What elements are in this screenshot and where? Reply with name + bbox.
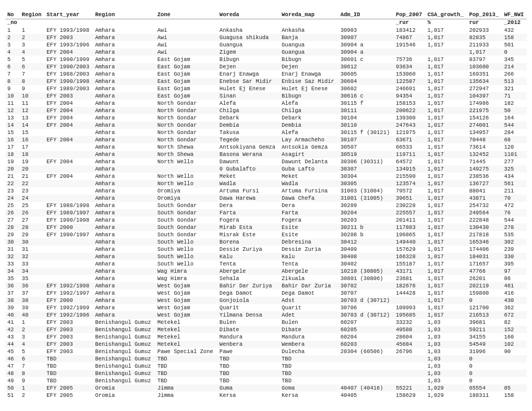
table-cell: 30408 <box>338 253 394 260</box>
table-cell: 37 <box>20 289 44 297</box>
table-cell: 30706 <box>338 304 394 311</box>
table-cell: Guma <box>217 384 280 392</box>
table-cell: 30307 <box>338 165 394 173</box>
table-cell: 0 <box>467 377 502 384</box>
table-cell: TBD <box>44 377 93 384</box>
table-cell: 1,017 <box>425 56 467 63</box>
table-cell: 144428 <box>394 289 426 297</box>
table-cell: 1,017 <box>425 275 467 282</box>
table-cell <box>394 362 426 370</box>
table-cell: Amhara <box>93 180 155 187</box>
table-cell <box>502 370 527 377</box>
table-cell <box>394 377 426 384</box>
table-cell: 1,017 <box>425 129 467 136</box>
table-cell: Abergele <box>217 268 280 275</box>
table-cell: North Gondar <box>155 114 217 122</box>
table-cell: 416 <box>502 289 527 297</box>
table-cell: 19 <box>5 158 20 165</box>
table-cell: 50 <box>502 107 527 114</box>
table-cell: 1,017 <box>425 70 467 78</box>
table-cell: 544 <box>502 216 527 224</box>
table-cell: 155187 <box>394 260 426 268</box>
table-cell: 30903 <box>338 27 394 34</box>
table-cell: South Wello <box>155 238 217 246</box>
table-cell: Farta <box>280 209 338 216</box>
table-cell: Amhara <box>93 114 155 122</box>
table-row: 44EFY 2004AmharaAwiZigemGuangua30904 a1,… <box>5 49 527 56</box>
table-cell: North Gondar <box>155 129 217 136</box>
table-cell: 30601 c <box>338 56 394 63</box>
table-cell: EFY 1993/1996 <box>44 41 93 49</box>
table-cell: 1,017 <box>425 158 467 165</box>
table-cell: TBD <box>280 377 338 384</box>
table-cell: Metekel <box>155 341 217 348</box>
table-cell: 1 <box>20 384 44 392</box>
table-cell: 22 <box>20 180 44 187</box>
table-cell: TBD <box>155 370 217 377</box>
table-cell: 30104 <box>338 114 394 122</box>
table-cell <box>44 253 93 260</box>
table-cell: South Gondar <box>155 231 217 238</box>
table-cell: Zigem <box>217 49 280 56</box>
table-cell: Benishangul Gumuz <box>93 355 155 362</box>
table-cell: 40407 (40416) <box>338 384 394 392</box>
table-cell: 225557 <box>394 209 426 216</box>
table-cell: 39 <box>5 304 20 311</box>
table-cell: Bulen <box>217 319 280 326</box>
table-cell <box>394 370 426 377</box>
table-cell: Benishangul Gumuz <box>93 341 155 348</box>
table-cell: TBD <box>44 370 93 377</box>
table-cell: 18 <box>20 151 44 158</box>
table-cell: South Wello <box>155 260 217 268</box>
table-cell: 117883 <box>394 224 426 231</box>
table-cell: Quarit <box>280 304 338 311</box>
table-cell: Enarj Enawga <box>280 70 338 78</box>
table-cell: Amhara <box>93 143 155 151</box>
table-cell: 239 <box>502 246 527 253</box>
table-cell: Guangua <box>280 41 338 49</box>
table-cell: 33 <box>5 260 20 268</box>
col-region-no: Region <box>20 10 44 19</box>
table-cell: 119711 <box>394 151 426 158</box>
table-cell: 158 <box>502 392 527 399</box>
table-cell: Amhara <box>93 122 155 129</box>
table-cell: Amhara <box>93 224 155 231</box>
table-row: 4040EFY 1992/1996AmharaWest GojamYilmana… <box>5 311 527 319</box>
table-cell: 395 <box>502 260 527 268</box>
table-cell: 325 <box>502 165 527 173</box>
table-cell: 1,017 <box>425 107 467 114</box>
table-cell: East Gojam <box>155 85 217 92</box>
table-cell: 11 <box>5 100 20 107</box>
table-cell: Amhara <box>93 231 155 238</box>
table-cell: 1,017 <box>425 151 467 158</box>
col-csa-growth-sub: % <box>425 19 467 27</box>
table-cell: Amhara <box>93 202 155 209</box>
table-cell: Wadla <box>217 180 280 187</box>
table-cell: Wenbera <box>217 341 280 348</box>
table-cell: TBD <box>280 355 338 362</box>
table-cell: 1,017 <box>425 216 467 224</box>
table-cell: 274001 <box>467 122 502 129</box>
table-row: 2727EFY 1990/1998AmharaSouth GondarFoger… <box>5 216 527 224</box>
table-cell: 64572 <box>394 158 426 165</box>
table-cell: 45684 <box>394 341 426 348</box>
table-cell: North Gondar <box>155 107 217 114</box>
table-cell: 171657 <box>467 260 502 268</box>
table-cell: 254732 <box>467 202 502 209</box>
table-cell: Bulen <box>280 319 338 326</box>
table-cell: 149440 <box>394 238 426 246</box>
table-cell: Mirab Esta <box>217 224 280 231</box>
table-cell: 1,017 <box>425 136 467 143</box>
table-cell: 8 <box>5 78 20 85</box>
table-cell: Bibugn <box>280 56 338 63</box>
table-row: 2020Amhara0 GubalaftoGuba Lafto303071349… <box>5 165 527 173</box>
table-cell: Sehala <box>217 275 280 282</box>
table-cell: 47 <box>5 362 20 370</box>
table-cell: 1,017 <box>425 311 467 319</box>
table-cell: 5 <box>20 56 44 63</box>
table-cell: 30 <box>20 238 44 246</box>
table-cell: 25 <box>20 202 44 209</box>
table-cell: Dawa Harewa <box>217 195 280 202</box>
table-cell: EFY 2005 <box>44 392 93 399</box>
table-cell: Gonjoiola <box>217 297 280 304</box>
